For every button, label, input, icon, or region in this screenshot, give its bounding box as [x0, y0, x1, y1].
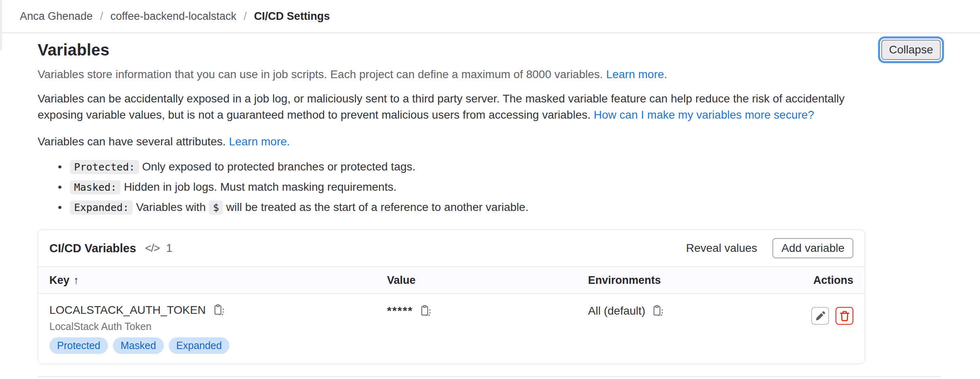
table-row: LOCALSTACK_AUTH_TOKEN LocalStack Auth To…	[38, 294, 865, 364]
copy-to-clipboard-icon	[652, 305, 664, 317]
variable-value-masked: *****	[387, 304, 413, 317]
page-title: Variables	[38, 41, 109, 59]
breadcrumb-bar: Anca Ghenade / coffee-backend-localstack…	[0, 0, 980, 33]
variable-key: LOCALSTACK_AUTH_TOKEN	[49, 304, 206, 317]
trash-icon	[839, 310, 851, 322]
add-variable-button[interactable]: Add variable	[772, 238, 853, 258]
cicd-variables-card: CI/CD Variables </> 1 Reveal values Add …	[38, 230, 865, 364]
expanded-description-after: will be treated as the start of a refere…	[226, 201, 528, 213]
masked-description: Hidden in job logs. Must match masking r…	[124, 181, 397, 193]
variables-settings-section: Variables Collapse Variables store infor…	[0, 40, 980, 377]
column-header-environments: Environments	[588, 274, 813, 287]
code-icon: </>	[145, 242, 159, 255]
dollar-code-chip: $	[209, 200, 223, 215]
list-item-protected: Protected: Only exposed to protected bra…	[38, 159, 865, 175]
pencil-icon	[815, 311, 826, 322]
variables-attributes-intro: Variables can have several attributes. L…	[38, 134, 865, 150]
protected-description: Only exposed to protected branches or pr…	[142, 160, 416, 173]
attributes-list: Protected: Only exposed to protected bra…	[38, 159, 865, 216]
breadcrumb-user-link[interactable]: Anca Ghenade	[20, 10, 93, 23]
list-item-masked: Masked: Hidden in job logs. Must match m…	[38, 179, 865, 196]
sidebar-edge	[0, 0, 2, 50]
reveal-values-button[interactable]: Reveal values	[684, 239, 759, 258]
column-header-actions: Actions	[813, 274, 853, 287]
next-section-divider	[38, 376, 941, 377]
variable-environments: All (default)	[588, 304, 645, 317]
copy-to-clipboard-icon	[213, 304, 225, 317]
variables-count: 1	[166, 242, 172, 255]
intro-text: Variables store information that you can…	[38, 68, 603, 81]
attributes-intro-text: Variables can have several attributes.	[38, 135, 226, 148]
copy-environment-button[interactable]	[652, 305, 664, 317]
variables-intro-text: Variables store information that you can…	[38, 67, 865, 82]
breadcrumb-separator: /	[100, 10, 103, 23]
copy-value-button[interactable]	[420, 305, 432, 317]
expanded-description-before: Variables with	[136, 201, 206, 213]
variable-badges: Protected Masked Expanded	[49, 337, 387, 354]
breadcrumb-project-link[interactable]: coffee-backend-localstack	[110, 10, 237, 23]
table-header-row: Key↑ Value Environments Actions	[38, 266, 865, 294]
card-title: CI/CD Variables	[49, 242, 136, 255]
list-item-expanded: Expanded: Variables with $ will be treat…	[38, 199, 865, 216]
masked-code-chip: Masked:	[70, 180, 121, 194]
column-header-key[interactable]: Key↑	[49, 274, 387, 287]
sort-ascending-icon: ↑	[74, 274, 79, 286]
badge-protected[interactable]: Protected	[49, 337, 108, 354]
learn-more-link[interactable]: Learn more.	[606, 68, 667, 81]
expanded-code-chip: Expanded:	[70, 200, 133, 215]
attributes-learn-more-link[interactable]: Learn more.	[229, 135, 290, 148]
breadcrumb: Anca Ghenade / coffee-backend-localstack…	[20, 10, 330, 23]
copy-key-button[interactable]	[213, 304, 225, 317]
badge-expanded[interactable]: Expanded	[169, 337, 230, 354]
breadcrumb-separator: /	[244, 10, 247, 23]
variable-description: LocalStack Auth Token	[49, 321, 387, 332]
delete-variable-button[interactable]	[836, 307, 853, 325]
column-header-value: Value	[387, 274, 588, 287]
badge-masked[interactable]: Masked	[113, 337, 164, 354]
protected-code-chip: Protected:	[70, 160, 139, 174]
variables-secure-link[interactable]: How can I make my variables more secure?	[594, 109, 814, 121]
copy-to-clipboard-icon	[420, 305, 432, 317]
variables-warning-text: Variables can be accidentally exposed in…	[38, 91, 865, 123]
breadcrumb-current-page: CI/CD Settings	[254, 10, 330, 23]
edit-variable-button[interactable]	[811, 307, 829, 325]
collapse-button[interactable]: Collapse	[881, 40, 941, 60]
